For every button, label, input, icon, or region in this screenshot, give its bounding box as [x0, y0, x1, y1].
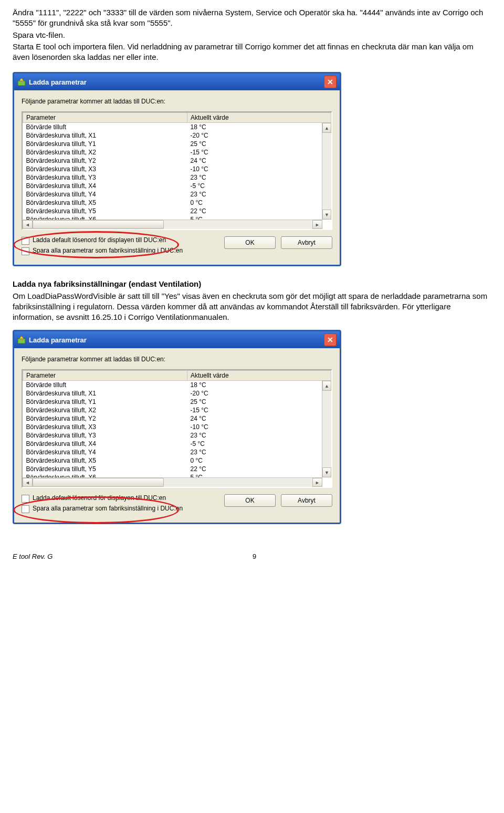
- window-title: Ladda parametrar: [29, 336, 324, 344]
- table-row: Börvärdeskurva tilluft, X3-10 °C: [23, 165, 331, 173]
- table-row: Börvärdeskurva tilluft, Y125 °C: [23, 398, 331, 406]
- table-row: Börvärdeskurva tilluft, X1-20 °C: [23, 389, 331, 398]
- scroll-left-icon[interactable]: ◄: [23, 220, 33, 229]
- table-row: Börvärdeskurva tilluft, Y224 °C: [23, 414, 331, 423]
- parameter-table: Parameter Aktuellt värde Börvärde tilluf…: [22, 369, 332, 488]
- checkbox-icon[interactable]: [22, 495, 29, 503]
- scroll-right-icon[interactable]: ►: [312, 220, 322, 229]
- table-row: Börvärdeskurva tilluft, X50 °C: [23, 199, 331, 207]
- table-row: Börvärdeskurva tilluft, Y224 °C: [23, 157, 331, 165]
- paragraph: Starta E tool och importera filen. Vid n…: [13, 41, 491, 63]
- titlebar[interactable]: Ladda parametrar ✕: [14, 74, 340, 90]
- vertical-scrollbar[interactable]: ▲ ▼: [322, 123, 331, 220]
- checkbox-save-factory[interactable]: Spara alla parametrar som fabriksinställ…: [22, 505, 215, 513]
- paragraph: Om LoadDiaPassWordVisible är satt till t…: [13, 291, 491, 323]
- table-row: Börvärdeskurva tilluft, Y423 °C: [23, 448, 331, 456]
- checkbox-label: Spara alla parametrar som fabriksinställ…: [33, 505, 183, 512]
- col-parameter[interactable]: Parameter: [23, 371, 187, 381]
- checkbox-save-factory[interactable]: Spara alla parametrar som fabriksinställ…: [22, 247, 215, 255]
- close-icon[interactable]: ✕: [324, 76, 337, 88]
- app-icon: [17, 78, 26, 86]
- table-row: Börvärde tilluft18 °C: [23, 381, 331, 390]
- checkbox-label: Ladda default lösenord för displayen til…: [33, 494, 166, 502]
- scroll-left-icon[interactable]: ◄: [23, 478, 33, 487]
- table-row: Börvärdeskurva tilluft, X4-5 °C: [23, 182, 331, 190]
- dialog-message: Följande parametrar kommer att laddas ti…: [22, 356, 332, 363]
- paragraph: Ändra "1111", "2222" och "3333" till de …: [13, 7, 491, 29]
- paragraph: Spara vtc-filen.: [13, 30, 491, 40]
- table-row: Börvärdeskurva tilluft, Y323 °C: [23, 173, 331, 182]
- app-icon: [17, 336, 26, 344]
- vertical-scrollbar[interactable]: ▲ ▼: [322, 381, 331, 477]
- table-row: Börvärdeskurva tilluft, Y423 °C: [23, 190, 331, 199]
- dialog-message: Följande parametrar kommer att laddas ti…: [22, 98, 332, 105]
- scroll-down-icon[interactable]: ▼: [322, 467, 331, 477]
- scroll-right-icon[interactable]: ►: [312, 478, 322, 487]
- table-row: Börvärdeskurva tilluft, X50 °C: [23, 456, 331, 465]
- col-value[interactable]: Aktuellt värde: [187, 371, 331, 381]
- svg-rect-1: [18, 339, 25, 343]
- cancel-button[interactable]: Avbryt: [281, 494, 332, 507]
- table-row: Börvärdeskurva tilluft, Y522 °C: [23, 207, 331, 215]
- footer-left: E tool Rev. G: [13, 553, 52, 560]
- col-value[interactable]: Aktuellt värde: [187, 113, 331, 123]
- checkbox-label: Ladda default lösenord för displayen til…: [33, 236, 166, 244]
- table-row: Börvärdeskurva tilluft, X2-15 °C: [23, 406, 331, 414]
- close-icon[interactable]: ✕: [324, 333, 337, 346]
- horizontal-scrollbar[interactable]: ◄ ►: [23, 477, 322, 487]
- table-row: Börvärdeskurva tilluft, X4-5 °C: [23, 440, 331, 448]
- table-row: Börvärdeskurva tilluft, Y522 °C: [23, 465, 331, 473]
- checkbox-load-password[interactable]: Ladda default lösenord för displayen til…: [22, 494, 215, 503]
- scroll-up-icon[interactable]: ▲: [322, 381, 331, 391]
- scroll-up-icon[interactable]: ▲: [322, 123, 331, 133]
- svg-rect-0: [18, 81, 25, 86]
- checkbox-icon[interactable]: [22, 247, 29, 255]
- table-row: Börvärdeskurva tilluft, X2-15 °C: [23, 148, 331, 157]
- page-number: 9: [253, 553, 256, 560]
- heading: Ladda nya fabriksinställningar (endast V…: [13, 279, 491, 289]
- scroll-down-icon[interactable]: ▼: [322, 210, 331, 220]
- window-title: Ladda parametrar: [29, 78, 324, 86]
- ok-button[interactable]: OK: [224, 494, 276, 507]
- cancel-button[interactable]: Avbryt: [281, 236, 332, 249]
- scroll-thumb[interactable]: [33, 220, 164, 229]
- horizontal-scrollbar[interactable]: ◄ ►: [23, 220, 322, 229]
- ok-button[interactable]: OK: [224, 236, 276, 249]
- parameter-table: Parameter Aktuellt värde Börvärde tilluf…: [22, 111, 332, 230]
- load-parameters-dialog: Ladda parametrar ✕ Följande parametrar k…: [13, 72, 341, 266]
- scroll-thumb[interactable]: [33, 478, 164, 487]
- checkbox-label: Spara alla parametrar som fabriksinställ…: [33, 247, 183, 254]
- table-row: Börvärde tilluft18 °C: [23, 123, 331, 132]
- load-parameters-dialog-2: Ladda parametrar ✕ Följande parametrar k…: [13, 330, 341, 524]
- col-parameter[interactable]: Parameter: [23, 113, 187, 123]
- table-row: Börvärdeskurva tilluft, X3-10 °C: [23, 423, 331, 431]
- checkbox-load-password[interactable]: Ladda default lösenord för displayen til…: [22, 236, 215, 245]
- table-row: Börvärdeskurva tilluft, Y125 °C: [23, 140, 331, 148]
- checkbox-icon[interactable]: [22, 505, 29, 513]
- checkbox-icon[interactable]: [22, 237, 29, 245]
- titlebar[interactable]: Ladda parametrar ✕: [14, 331, 340, 348]
- table-row: Börvärdeskurva tilluft, Y323 °C: [23, 431, 331, 440]
- table-row: Börvärdeskurva tilluft, X1-20 °C: [23, 131, 331, 140]
